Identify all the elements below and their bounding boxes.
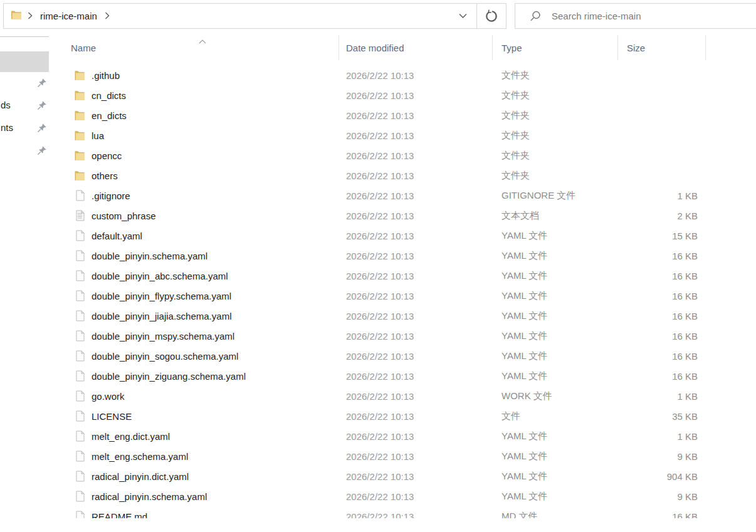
file-row[interactable]: radical_pinyin.dict.yaml 2026/2/22 10:13… [53, 466, 756, 486]
column-divider[interactable] [705, 35, 706, 60]
file-row[interactable]: .github 2026/2/22 10:13 文件夹 [53, 65, 756, 85]
search-icon [529, 10, 542, 23]
sidebar-item[interactable] [0, 71, 50, 94]
file-row[interactable]: double_pinyin_sogou.schema.yaml 2026/2/2… [53, 346, 756, 366]
file-type: YAML 文件 [492, 491, 617, 503]
file-row[interactable]: default.yaml 2026/2/22 10:13 YAML 文件 15 … [53, 226, 756, 246]
file-size: 16 KB [617, 331, 705, 342]
file-type: GITIGNORE 文件 [492, 190, 617, 202]
file-icon [74, 370, 85, 382]
file-date-modified: 2026/2/22 10:13 [339, 170, 492, 181]
file-row[interactable]: LICENSE 2026/2/22 10:13 文件 35 KB [53, 406, 756, 426]
divider [0, 36, 49, 37]
file-row[interactable]: double_pinyin_jiajia.schema.yaml 2026/2/… [53, 306, 756, 326]
refresh-icon [485, 9, 498, 23]
file-name: radical_pinyin.schema.yaml [92, 491, 207, 502]
file-row[interactable]: double_pinyin_flypy.schema.yaml 2026/2/2… [53, 286, 756, 306]
file-name: melt_eng.dict.yaml [92, 431, 170, 442]
file-row[interactable]: README.md 2026/2/22 10:13 MD 文件 16 KB [53, 506, 756, 518]
file-date-modified: 2026/2/22 10:13 [339, 391, 492, 402]
column-header-size[interactable]: Size [627, 33, 645, 61]
file-row[interactable]: double_pinyin_mspy.schema.yaml 2026/2/22… [53, 326, 756, 346]
file-icon [74, 290, 85, 301]
column-divider[interactable] [492, 35, 493, 60]
file-size: 9 KB [617, 451, 705, 462]
breadcrumb-item[interactable]: rime-ice-main [38, 11, 99, 21]
file-size: 16 KB [617, 351, 705, 362]
file-size: 16 KB [617, 291, 705, 301]
file-size: 16 KB [617, 511, 705, 519]
address-dropdown-button[interactable] [449, 4, 476, 28]
column-header-row: Name Date modified Type Size [53, 33, 756, 61]
file-name: double_pinyin_jiajia.schema.yaml [92, 311, 231, 321]
breadcrumb: rime-ice-main [4, 10, 110, 23]
file-row[interactable]: en_dicts 2026/2/22 10:13 文件夹 [53, 105, 756, 125]
file-row[interactable]: .gitignore 2026/2/22 10:13 GITIGNORE 文件 … [53, 185, 756, 206]
column-divider[interactable] [339, 35, 339, 60]
file-name: README.md [92, 511, 147, 519]
file-row[interactable]: melt_eng.dict.yaml 2026/2/22 10:13 YAML … [53, 426, 756, 446]
file-name: .gitignore [92, 190, 130, 201]
file-row[interactable]: others 2026/2/22 10:13 文件夹 [53, 165, 756, 185]
sidebar-item[interactable]: nts [0, 117, 50, 139]
file-name: double_pinyin.schema.yaml [92, 251, 207, 261]
file-icon [74, 250, 85, 261]
file-date-modified: 2026/2/22 10:13 [339, 511, 492, 519]
sidebar-item[interactable] [0, 139, 50, 162]
file-row[interactable]: lua 2026/2/22 10:13 文件夹 [53, 125, 756, 145]
file-size: 16 KB [617, 271, 705, 281]
search-box[interactable] [515, 3, 756, 29]
file-name: others [92, 170, 118, 181]
file-type: 文本文档 [492, 210, 617, 222]
file-row[interactable]: opencc 2026/2/22 10:13 文件夹 [53, 145, 756, 165]
file-name: opencc [92, 150, 122, 161]
sidebar-item[interactable]: ds [0, 94, 50, 117]
file-size: 1 KB [617, 431, 705, 442]
file-type: 文件夹 [492, 70, 617, 81]
file-size: 16 KB [617, 251, 705, 261]
file-icon [74, 350, 85, 362]
file-size: 904 KB [617, 471, 705, 482]
file-date-modified: 2026/2/22 10:13 [339, 431, 492, 442]
chevron-right-icon [28, 11, 33, 22]
file-size: 2 KB [617, 211, 705, 221]
file-row[interactable]: double_pinyin.schema.yaml 2026/2/22 10:1… [53, 246, 756, 266]
search-input[interactable] [552, 11, 740, 21]
file-date-modified: 2026/2/22 10:13 [339, 351, 492, 362]
file-row[interactable]: cn_dicts 2026/2/22 10:13 文件夹 [53, 85, 756, 105]
file-type: 文件夹 [492, 130, 617, 142]
file-row[interactable]: go.work 2026/2/22 10:13 WORK 文件 1 KB [53, 386, 756, 406]
file-icon [74, 471, 85, 482]
file-type: 文件夹 [492, 90, 617, 102]
file-date-modified: 2026/2/22 10:13 [339, 150, 492, 161]
file-name: double_pinyin_flypy.schema.yaml [92, 291, 231, 301]
column-header-name[interactable]: Name [71, 33, 96, 61]
file-size: 15 KB [617, 231, 705, 241]
file-name: custom_phrase [92, 211, 156, 221]
file-row[interactable]: custom_phrase 2026/2/22 10:13 文本文档 2 KB [53, 206, 756, 226]
column-header-type[interactable]: Type [501, 33, 522, 61]
file-name: radical_pinyin.dict.yaml [92, 471, 189, 482]
file-date-modified: 2026/2/22 10:13 [339, 371, 492, 382]
file-icon [74, 511, 85, 518]
refresh-button[interactable] [477, 4, 506, 28]
sort-ascending-icon[interactable] [199, 35, 206, 46]
file-date-modified: 2026/2/22 10:13 [339, 211, 492, 221]
file-date-modified: 2026/2/22 10:13 [339, 291, 492, 301]
file-row[interactable]: melt_eng.schema.yaml 2026/2/22 10:13 YAM… [53, 446, 756, 466]
file-row[interactable]: radical_pinyin.schema.yaml 2026/2/22 10:… [53, 486, 756, 506]
folder-icon [74, 90, 85, 101]
folder-icon [74, 170, 85, 181]
sidebar-item-label: ds [1, 94, 11, 117]
address-bar[interactable]: rime-ice-main [3, 3, 507, 29]
sidebar-item-selected[interactable] [0, 51, 49, 72]
file-type: YAML 文件 [492, 451, 617, 462]
column-divider[interactable] [617, 35, 618, 60]
file-date-modified: 2026/2/22 10:13 [339, 451, 492, 462]
column-header-date-modified[interactable]: Date modified [346, 33, 404, 61]
file-row[interactable]: double_pinyin_ziguang.schema.yaml 2026/2… [53, 366, 756, 386]
file-row[interactable]: double_pinyin_abc.schema.yaml 2026/2/22 … [53, 266, 756, 286]
folder-icon [74, 130, 85, 141]
navigation-pane: ds nts [0, 33, 50, 518]
file-type: 文件夹 [492, 150, 617, 162]
